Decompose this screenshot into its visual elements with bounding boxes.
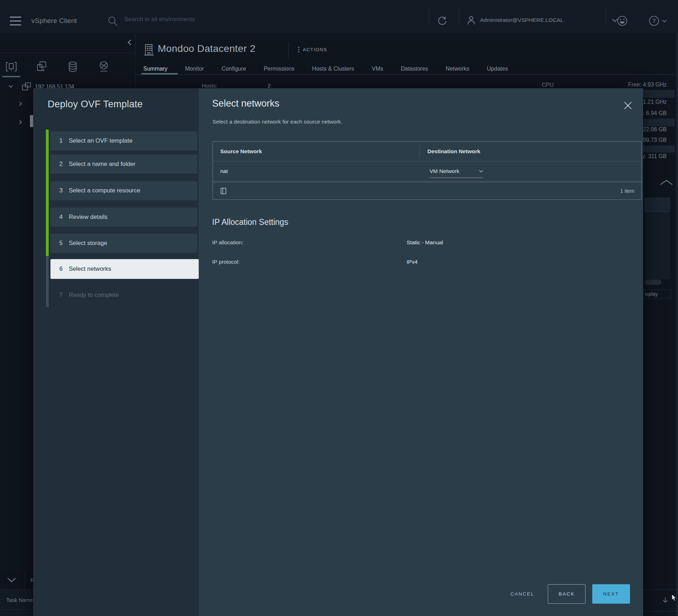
actions-button[interactable]: ACTIONS [298,47,327,52]
collapse-panel-chevron-up-icon[interactable] [659,179,673,186]
table-row: nat VM Network [213,161,641,181]
user-name: Administrator@VSPHERE.LOCAL [480,17,563,23]
hamburger-menu-icon[interactable] [10,17,21,25]
tab-networks[interactable]: Networks [446,66,469,72]
topbar-divider [606,7,606,26]
wizard-progress-done [46,130,49,256]
wizard-step-1[interactable]: 1 Select an OVF template [50,131,197,150]
tab-permissions[interactable]: Permissions [264,66,294,72]
destination-network-column-header: Destination Network [419,148,641,155]
column-divider [419,145,420,158]
table-footer: 1 item [213,183,641,199]
actions-label: ACTIONS [303,47,327,52]
user-icon [466,15,476,25]
selected-tree-row-edge [30,115,33,127]
tasks-bar: Recent Tasks [0,571,33,590]
storage-icon[interactable] [66,60,79,73]
vcenter-icon [22,82,31,91]
wizard-step-3[interactable]: 3 Select a compute resource [50,181,197,200]
ip-protocol-label: IP protocol: [212,259,240,265]
recent-tasks-title: Recent Tasks [30,577,33,585]
background-widget-bar [644,280,661,285]
cpu-label: CPU [542,82,554,88]
tree-expand-icon[interactable] [19,101,22,106]
search-input[interactable] [124,16,230,23]
header-divider [288,42,289,59]
network-mapping-table: Source Network Destination Network nat V… [212,141,642,200]
tab-vms[interactable]: VMs [372,66,383,72]
tab-summary[interactable]: Summary [143,66,167,72]
column-selector-icon[interactable] [221,188,226,194]
topbar-divider [459,7,459,26]
scrollbar[interactable] [676,33,678,616]
destination-network-dropdown[interactable]: VM Network [430,168,483,178]
feedback-smiley-icon[interactable] [617,16,628,26]
tree-collapse-icon[interactable] [8,85,13,88]
tab-configure[interactable]: Configure [222,66,246,72]
svg-text:?: ? [653,18,656,24]
wizard-page-subtitle: Select a destination network for each so… [212,119,342,125]
cpu-free-value: Free: 4.93 GHz [600,82,672,88]
vms-and-templates-icon[interactable] [35,60,48,73]
back-button[interactable]: BACK [548,584,586,604]
tasks-panel: Task Name [0,590,33,616]
wizard-step-7[interactable]: 7 Ready to complete [50,288,197,302]
datacenter-icon [143,44,155,56]
next-button[interactable]: NEXT [592,584,630,604]
wizard-step-4[interactable]: 4 Review details [50,208,197,227]
wizard-step-5[interactable]: 5 Select storage [50,234,197,253]
wizard-title: Deploy OVF Template [48,99,143,110]
wizard-page-title: Select networks [212,98,280,109]
object-tabs: Summary Monitor Configure Permissions Ho… [143,66,508,72]
tab-monitor[interactable]: Monitor [185,66,204,72]
background-widget-body [646,212,669,279]
background-widget-header [644,198,670,212]
tasks-panel-border [643,590,678,590]
source-network-cell: nat [213,168,419,174]
vsphere-client-window: vSphere Client Administrator@VSPHERE.LOC… [0,0,678,616]
sidebar-top-divider [0,53,135,53]
table-header-row: Source Network Destination Network [213,142,641,161]
wizard-step-6-active[interactable]: 6 Select networks [50,259,199,279]
deploy-ovf-template-dialog: Deploy OVF Template 1 Select an OVF temp… [33,88,643,616]
refresh-icon[interactable] [437,16,448,26]
ip-allocation-value: Static - Manual [407,239,443,246]
item-count: 1 item [620,188,635,194]
networking-icon[interactable] [97,60,110,73]
topbar-divider [429,7,429,26]
tab-updates[interactable]: Updates [487,66,508,72]
ip-allocation-settings-title: IP Allocation Settings [212,217,288,227]
wizard-progress-remaining [46,256,49,307]
search-icon [107,16,119,27]
user-menu[interactable]: Administrator@VSPHERE.LOCAL [466,15,618,25]
top-bar: vSphere Client Administrator@VSPHERE.LOC… [0,0,678,33]
tab-hosts-clusters[interactable]: Hosts & Clusters [312,66,354,72]
tasks-bar-divider [25,572,25,589]
app-title: vSphere Client [31,17,77,25]
hosts-and-clusters-icon[interactable] [5,60,18,73]
cancel-button[interactable]: CANCEL [503,584,542,604]
page-title: Mondoo Datacenter 2 [158,43,256,54]
chevron-down-icon [662,19,667,23]
chevron-down-icon [479,170,483,173]
mouse-cursor [672,594,677,601]
collapse-sidebar-icon[interactable] [127,39,132,46]
sort-down-arrow-icon[interactable] [662,597,668,604]
task-name-column-header[interactable]: Task Name [6,597,33,603]
tree-expand-icon[interactable] [19,120,22,125]
source-network-column-header: Source Network [213,148,419,155]
help-icon: ? [649,16,659,26]
ip-protocol-value: IPv4 [407,259,418,265]
tasks-collapse-chevron-icon[interactable] [7,578,16,582]
tabs-bottom-border [135,74,678,75]
kebab-icon [298,47,299,52]
tab-datastores[interactable]: Datastores [401,66,428,72]
active-nav-underline [2,76,20,77]
tasks-panel-border [643,611,678,611]
background-widget-label: isplay [643,289,671,299]
wizard-step-2[interactable]: 2 Select a name and folder [50,155,197,174]
help-menu[interactable]: ? [649,16,667,26]
close-icon[interactable] [623,101,632,110]
ip-allocation-label: IP allocation: [212,239,243,246]
